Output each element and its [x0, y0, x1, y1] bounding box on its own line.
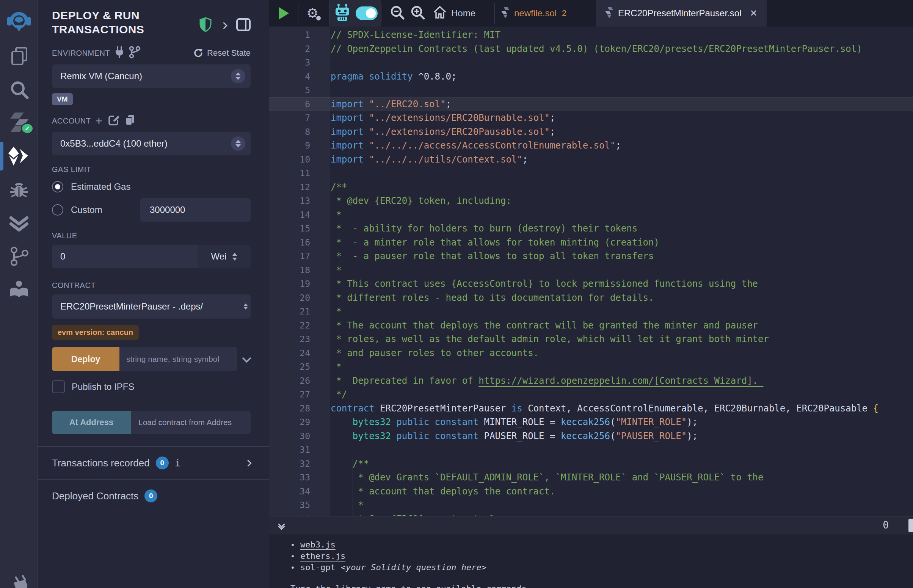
- publish-ipfs-checkbox[interactable]: [52, 380, 65, 393]
- account-label: ACCOUNT: [52, 117, 91, 125]
- terminal-output[interactable]: •web3.js•ethers.js•sol-gpt <your Solidit…: [269, 535, 913, 588]
- tab-newfile[interactable]: newfile.sol 2: [501, 0, 567, 26]
- code-line[interactable]: 21 *: [269, 305, 913, 318]
- sidebar-item-debugger[interactable]: [0, 173, 37, 206]
- panel-columns-icon[interactable]: [236, 18, 251, 32]
- code-line[interactable]: 4pragma solidity ^0.8.0;: [269, 70, 913, 84]
- sidebar-item-learneth[interactable]: [0, 273, 37, 306]
- terminal-items: •web3.js•ethers.js•sol-gpt <your Solidit…: [290, 539, 913, 573]
- code-line[interactable]: 9import "../../../access/AccessControlEn…: [269, 139, 913, 153]
- code-line[interactable]: 18 *: [269, 263, 913, 277]
- code-line[interactable]: 8import "../extensions/ERC20Pausable.sol…: [269, 125, 913, 139]
- edit-icon[interactable]: [108, 115, 119, 127]
- at-address-button[interactable]: At Address: [52, 411, 131, 434]
- fork-icon[interactable]: [129, 46, 140, 60]
- expand-chevron-icon[interactable]: [220, 22, 227, 29]
- chevron-down-icon[interactable]: [242, 354, 251, 363]
- environment-select[interactable]: Remix VM (Cancun): [52, 65, 251, 88]
- code-line[interactable]: 17 * - a pauser role that allows to stop…: [269, 249, 913, 263]
- code-line[interactable]: 30 bytes32 public constant PAUSER_ROLE =…: [269, 429, 913, 443]
- code-line[interactable]: 22 * The account that deploys the contra…: [269, 318, 913, 333]
- code-line[interactable]: 29 bytes32 public constant MINTER_ROLE =…: [269, 415, 913, 429]
- account-select[interactable]: 0x5B3...eddC4 (100 ether): [52, 132, 251, 155]
- terminal-list-item[interactable]: •ethers.js: [290, 551, 913, 562]
- run-script-button[interactable]: [279, 0, 289, 26]
- plug-icon[interactable]: [115, 47, 125, 60]
- sidebar-item-git[interactable]: [0, 239, 37, 273]
- active-indicator: [0, 142, 3, 171]
- sidebar-item-search[interactable]: [0, 73, 37, 106]
- zoom-in-icon: [410, 5, 426, 22]
- zoom-in-button[interactable]: [410, 0, 426, 26]
- code-line[interactable]: 14 *: [269, 208, 913, 222]
- debugger-icon: [9, 179, 29, 200]
- code-line[interactable]: 13 * @dev {ERC20} token, including:: [269, 194, 913, 208]
- sidebar-item-unit-testing[interactable]: [0, 206, 37, 239]
- code-line[interactable]: 7import "../extensions/ERC20Burnable.sol…: [269, 111, 913, 125]
- sidebar-item-solidity-compiler[interactable]: ✓: [0, 106, 37, 139]
- constructor-args-input[interactable]: [120, 347, 237, 371]
- toggle-on-icon: [356, 6, 378, 20]
- select-arrows-icon: [231, 136, 245, 151]
- estimated-gas-radio[interactable]: [52, 181, 63, 192]
- plus-icon[interactable]: +: [95, 117, 102, 124]
- vm-badge: VM: [52, 93, 73, 105]
- custom-gas-radio[interactable]: [52, 204, 63, 216]
- unit-testing-icon: [9, 213, 29, 232]
- code-line[interactable]: 35 *: [269, 498, 913, 512]
- code-line[interactable]: 26 * _Deprecated in favor of https://wiz…: [269, 374, 913, 388]
- code-line[interactable]: 1// SPDX-License-Identifier: MIT: [269, 28, 913, 42]
- code-line[interactable]: 23 * roles, as well as the default admin…: [269, 332, 913, 346]
- plugin-manager-icon[interactable]: [10, 577, 29, 588]
- tab-home[interactable]: Home: [433, 0, 476, 26]
- at-address-input[interactable]: [131, 411, 251, 434]
- code-line[interactable]: 3: [269, 56, 913, 70]
- terminal-bar[interactable]: 0: [269, 516, 913, 534]
- ai-toggle[interactable]: [356, 0, 378, 26]
- code-line[interactable]: 10import "../../../utils/Context.sol";: [269, 153, 913, 167]
- custom-gas-input[interactable]: [140, 198, 251, 221]
- code-line[interactable]: 16 * - a minter role that allows for tok…: [269, 236, 913, 250]
- code-line[interactable]: 28contract ERC20PresetMinterPauser is Co…: [269, 402, 913, 416]
- code-line[interactable]: 36 * See {ERC20-constructor}.: [269, 512, 913, 516]
- code-line[interactable]: 33 * @dev Grants `DEFAULT_ADMIN_ROLE`, `…: [269, 470, 913, 485]
- code-line[interactable]: 15 * - ability for holders to burn (dest…: [269, 221, 913, 236]
- code-line[interactable]: 2// OpenZeppelin Contracts (last updated…: [269, 42, 913, 56]
- code-line[interactable]: 32 /**: [269, 457, 913, 471]
- code-line[interactable]: 19 * This contract uses {AccessControl} …: [269, 277, 913, 291]
- deploy-button[interactable]: Deploy: [52, 347, 120, 371]
- chevron-right-icon[interactable]: [244, 460, 251, 466]
- code-line[interactable]: 24 * and pauser roles to other accounts.: [269, 346, 913, 360]
- terminal-collapse-icon[interactable]: [279, 522, 284, 529]
- code-editor[interactable]: 1// SPDX-License-Identifier: MIT2// Open…: [269, 26, 913, 516]
- evm-version-badge: evm version: cancun: [52, 325, 139, 340]
- terminal-list-item[interactable]: •web3.js: [290, 539, 913, 551]
- code-line[interactable]: 5: [269, 83, 913, 97]
- transactions-recorded-section[interactable]: Transactions recorded 0 i: [38, 446, 269, 469]
- info-icon[interactable]: i: [175, 457, 181, 468]
- code-line[interactable]: 20 * different roles - head to its docum…: [269, 291, 913, 305]
- code-line[interactable]: 6import "../ERC20.sol";: [269, 97, 913, 111]
- code-line[interactable]: 12/**: [269, 180, 913, 194]
- sidebar-item-deploy-run[interactable]: [0, 139, 37, 173]
- remix-ai-button[interactable]: [334, 0, 350, 26]
- code-line[interactable]: 27 */: [269, 388, 913, 402]
- terminal-list-item: •sol-gpt <your Solidity question here>: [290, 562, 913, 573]
- contract-select[interactable]: ERC20PresetMinterPauser - .deps/: [52, 294, 251, 318]
- value-unit-select[interactable]: Wei: [197, 245, 251, 268]
- code-line[interactable]: 11: [269, 166, 913, 180]
- reset-state-button[interactable]: Reset State: [193, 48, 251, 58]
- close-icon[interactable]: ✕: [750, 8, 757, 19]
- zoom-out-button[interactable]: [390, 0, 405, 26]
- code-line[interactable]: 25 *: [269, 360, 913, 374]
- tab-erc20presetminterpauser[interactable]: ERC20PresetMinterPauser.sol ✕: [596, 0, 767, 26]
- code-line[interactable]: 34 * account that deploys the contract.: [269, 485, 913, 499]
- terminal-scrollbar[interactable]: [908, 519, 913, 532]
- select-arrows-icon: [231, 69, 245, 83]
- value-input[interactable]: [52, 245, 197, 268]
- shield-icon[interactable]: [199, 18, 212, 33]
- code-line[interactable]: 31: [269, 443, 913, 457]
- script-config-button[interactable]: ⚙: [306, 0, 319, 26]
- copy-icon[interactable]: [125, 115, 135, 127]
- sidebar-item-file-explorer[interactable]: [0, 39, 37, 73]
